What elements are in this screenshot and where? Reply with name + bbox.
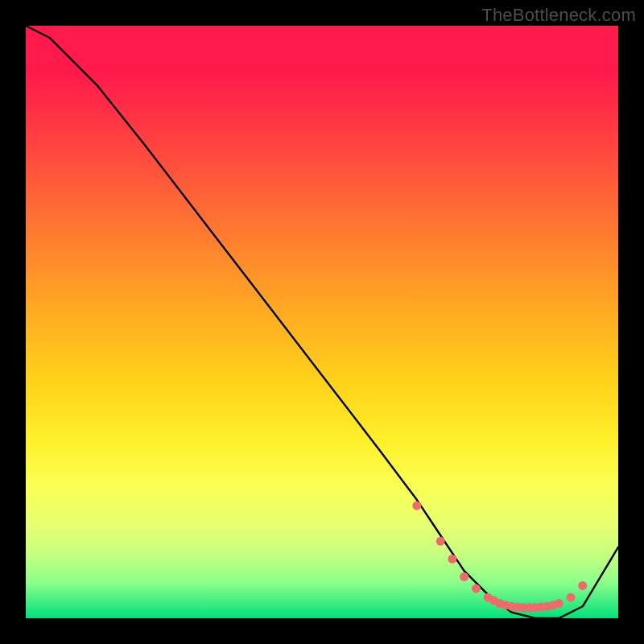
- hotspot-dots: [412, 502, 587, 613]
- chart-frame: TheBottleneck.com: [0, 0, 644, 644]
- bottleneck-curve: [26, 26, 618, 618]
- curve-layer: [26, 26, 618, 618]
- hotspot-dot: [460, 572, 469, 581]
- hotspot-dot: [412, 502, 421, 510]
- watermark-text: TheBottleneck.com: [481, 5, 636, 26]
- hotspot-dot: [578, 581, 587, 590]
- hotspot-dot: [448, 555, 456, 564]
- hotspot-dot: [567, 593, 576, 602]
- hotspot-dot: [472, 584, 481, 593]
- hotspot-dot: [555, 599, 564, 608]
- hotspot-dot: [436, 537, 445, 546]
- plot-area: [26, 26, 618, 618]
